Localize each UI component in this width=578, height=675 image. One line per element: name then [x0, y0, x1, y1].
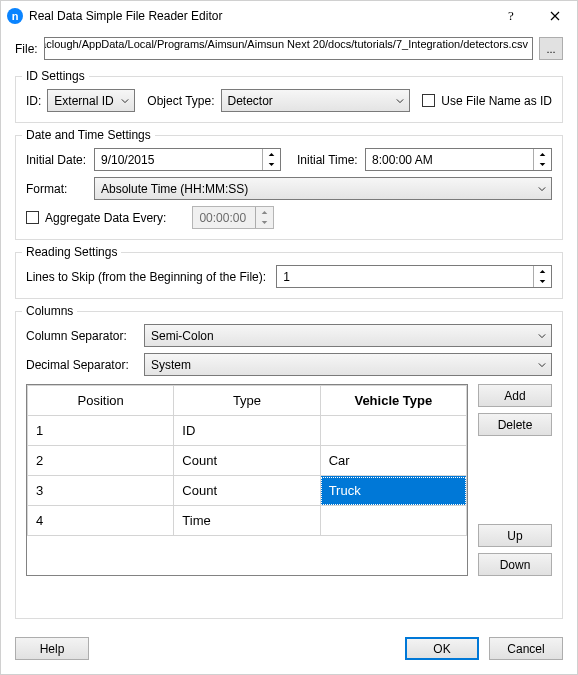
column-side-buttons: Add Delete Up Down [478, 384, 552, 576]
chevron-down-icon [533, 325, 551, 346]
close-icon[interactable] [533, 1, 577, 31]
cell-position[interactable]: 4 [28, 506, 174, 536]
file-label: File: [15, 42, 38, 56]
browse-button[interactable]: ... [539, 37, 563, 60]
columns-group: Columns Column Separator: Semi-Colon Dec… [15, 311, 563, 619]
col-sep-label: Column Separator: [26, 329, 138, 343]
lines-to-skip-value: 1 [283, 270, 290, 284]
chevron-down-icon [116, 90, 134, 111]
aggregate-value: 00:00:00 [199, 211, 246, 225]
object-type-combo[interactable]: Detector [221, 89, 411, 112]
table-header-row: Position Type Vehicle Type [28, 386, 467, 416]
format-label: Format: [26, 182, 88, 196]
table-row[interactable]: 2 Count Car [28, 446, 467, 476]
cell-type[interactable]: Count [174, 446, 320, 476]
header-type[interactable]: Type [174, 386, 320, 416]
app-icon: n [7, 8, 23, 24]
dec-sep-label: Decimal Separator: [26, 358, 138, 372]
down-button[interactable]: Down [478, 553, 552, 576]
header-vehicle-type[interactable]: Vehicle Type [320, 386, 466, 416]
delete-button[interactable]: Delete [478, 413, 552, 436]
help-icon[interactable]: ? [489, 1, 533, 31]
cell-position[interactable]: 3 [28, 476, 174, 506]
ok-button[interactable]: OK [405, 637, 479, 660]
cell-vehicle[interactable] [320, 416, 466, 446]
id-label: ID: [26, 94, 41, 108]
spinner-icon[interactable] [533, 149, 551, 170]
format-combo[interactable]: Absolute Time (HH:MM:SS) [94, 177, 552, 200]
object-type-value: Detector [228, 94, 273, 108]
aggregate-label: Aggregate Data Every: [45, 211, 166, 225]
table-row[interactable]: 4 Time [28, 506, 467, 536]
initial-date-value: 9/10/2015 [101, 153, 154, 167]
aggregate-input: 00:00:00 [192, 206, 274, 229]
initial-time-value: 8:00:00 AM [372, 153, 433, 167]
lines-to-skip-label: Lines to Skip (from the Beginning of the… [26, 270, 266, 284]
spinner-icon [255, 207, 273, 228]
columns-table[interactable]: Position Type Vehicle Type 1 ID 2 [26, 384, 468, 576]
aggregate-checkbox[interactable] [26, 211, 39, 224]
datetime-group: Date and Time Settings Initial Date: 9/1… [15, 135, 563, 240]
cell-vehicle[interactable] [320, 506, 466, 536]
chevron-down-icon [533, 178, 551, 199]
help-button[interactable]: Help [15, 637, 89, 660]
col-sep-value: Semi-Colon [151, 329, 214, 343]
initial-date-input[interactable]: 9/10/2015 [94, 148, 281, 171]
cancel-button[interactable]: Cancel [489, 637, 563, 660]
dec-sep-value: System [151, 358, 191, 372]
use-filename-checkbox[interactable] [422, 94, 435, 107]
datetime-legend: Date and Time Settings [22, 128, 155, 142]
format-value: Absolute Time (HH:MM:SS) [101, 182, 248, 196]
initial-time-input[interactable]: 8:00:00 AM [365, 148, 552, 171]
spinner-icon[interactable] [262, 149, 280, 170]
id-combo-value: External ID [54, 94, 113, 108]
up-button[interactable]: Up [478, 524, 552, 547]
add-button[interactable]: Add [478, 384, 552, 407]
id-combo[interactable]: External ID [47, 89, 135, 112]
initial-date-label: Initial Date: [26, 153, 88, 167]
title-bar: n Real Data Simple File Reader Editor ? [1, 1, 577, 31]
cell-position[interactable]: 1 [28, 416, 174, 446]
cell-type[interactable]: Count [174, 476, 320, 506]
chevron-down-icon [533, 354, 551, 375]
file-row: File: irraclough/AppData/Local/Programs/… [15, 37, 563, 60]
spinner-icon[interactable] [533, 266, 551, 287]
chevron-down-icon [391, 90, 409, 111]
initial-time-label: Initial Time: [297, 153, 359, 167]
id-settings-legend: ID Settings [22, 69, 89, 83]
id-settings-group: ID Settings ID: External ID Object Type:… [15, 76, 563, 123]
window-title: Real Data Simple File Reader Editor [29, 9, 489, 23]
cell-type[interactable]: Time [174, 506, 320, 536]
lines-to-skip-input[interactable]: 1 [276, 265, 552, 288]
cell-vehicle-selected[interactable]: Truck [320, 476, 466, 506]
dec-sep-combo[interactable]: System [144, 353, 552, 376]
cell-type[interactable]: ID [174, 416, 320, 446]
reading-group: Reading Settings Lines to Skip (from the… [15, 252, 563, 299]
cell-position[interactable]: 2 [28, 446, 174, 476]
file-path-input[interactable]: irraclough/AppData/Local/Programs/Aimsun… [44, 37, 533, 60]
columns-legend: Columns [22, 304, 77, 318]
table-row[interactable]: 3 Count Truck [28, 476, 467, 506]
use-filename-label: Use File Name as ID [441, 94, 552, 108]
cell-vehicle[interactable]: Car [320, 446, 466, 476]
col-sep-combo[interactable]: Semi-Colon [144, 324, 552, 347]
dialog-footer: Help OK Cancel [1, 629, 577, 674]
object-type-label: Object Type: [147, 94, 214, 108]
reading-legend: Reading Settings [22, 245, 121, 259]
table-row[interactable]: 1 ID [28, 416, 467, 446]
header-position[interactable]: Position [28, 386, 174, 416]
